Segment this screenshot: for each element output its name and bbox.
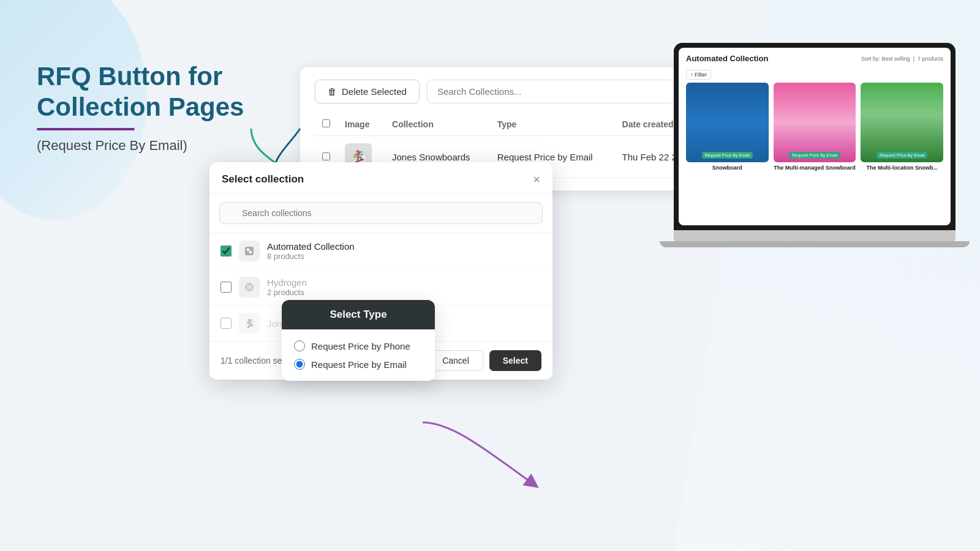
screen-title: Automated Collection — [686, 54, 768, 63]
modal-search-input[interactable] — [219, 202, 543, 224]
hero-title: RFQ Button for Collection Pages — [37, 61, 257, 123]
modal-header: Select collection × — [209, 162, 552, 193]
radio-email[interactable] — [294, 359, 305, 370]
trash-icon: 🗑 — [328, 86, 337, 97]
collection-icon-0 — [239, 241, 260, 261]
screen-filter[interactable]: ↑ Filter — [686, 70, 711, 80]
col-type: Type — [490, 113, 615, 136]
laptop-screen-inner: Automated Collection Sort by: Best selli… — [679, 48, 951, 225]
screen-content: Automated Collection Sort by: Best selli… — [679, 48, 951, 225]
screen-header: Automated Collection Sort by: Best selli… — [686, 54, 943, 63]
modal-select-button[interactable]: Select — [489, 350, 541, 371]
screen-product-2: Request Price By Email The Multi-locatio… — [861, 83, 943, 171]
product-img-2: Request Price By Email — [861, 83, 943, 162]
arrow-type-to-laptop — [417, 416, 539, 490]
hero-subtitle: (Request Price By Email) — [37, 138, 257, 154]
screen-sort: Sort by: Best selling | 7 products — [861, 56, 943, 62]
product-name-0: Snowboard — [686, 165, 769, 171]
select-type-panel: Select Type Request Price by Phone Reque… — [282, 300, 435, 381]
modal-title: Select collection — [222, 173, 304, 186]
modal-close-button[interactable]: × — [533, 173, 540, 186]
search-collections-wrapper — [427, 80, 675, 103]
screen-products: Request Price By Email Snowboard Request… — [686, 83, 943, 171]
collection-info-1: Hydrogen 2 products — [267, 277, 307, 297]
select-type-header: Select Type — [282, 300, 435, 329]
hero-panel: RFQ Button for Collection Pages (Request… — [37, 61, 257, 154]
rfq-badge-2: Request Price By Email — [876, 152, 928, 159]
rfq-badge-1: Request Price By Email — [789, 152, 840, 159]
svg-text:H: H — [247, 284, 251, 291]
laptop-screen: Automated Collection Sort by: Best selli… — [674, 43, 956, 230]
modal-cancel-button[interactable]: Cancel — [428, 350, 483, 371]
product-name-1: The Multi-managed Snowboard — [774, 165, 856, 171]
screen-product-1: Request Price By Email The Multi-managed… — [774, 83, 856, 171]
product-name-2: The Multi-location Snowb... — [861, 165, 943, 171]
col-image: Image — [337, 113, 385, 136]
select-all-checkbox[interactable] — [322, 119, 330, 127]
modal-footer-buttons: Cancel Select — [428, 350, 541, 371]
collection-checkbox-0[interactable] — [221, 246, 232, 257]
modal-list-item[interactable]: Automated Collection 8 products — [209, 233, 552, 269]
collection-icon-2: 🏂 — [239, 313, 260, 334]
screen-product-0: Request Price By Email Snowboard — [686, 83, 769, 171]
modal-search-wrap: 🔍 — [219, 202, 543, 224]
collection-info-0: Automated Collection 8 products — [267, 241, 355, 261]
title-underline — [37, 128, 135, 130]
row-checkbox[interactable] — [322, 152, 330, 160]
col-checkbox — [315, 113, 337, 136]
laptop-bottom — [660, 241, 970, 247]
collection-checkbox-2[interactable] — [221, 318, 232, 329]
radio-option-phone[interactable]: Request Price by Phone — [294, 340, 423, 351]
svg-rect-2 — [249, 251, 252, 253]
search-collections-input[interactable] — [427, 80, 675, 103]
modal-search-area: 🔍 — [209, 193, 552, 233]
product-img-0: Request Price By Email — [686, 83, 769, 162]
radio-option-email[interactable]: Request Price by Email — [294, 359, 423, 370]
select-type-body: Request Price by Phone Request Price by … — [282, 329, 435, 381]
rfq-badge-0: Request Price By Email — [702, 152, 753, 159]
laptop-base — [674, 230, 956, 241]
collection-icon-1: H — [239, 277, 260, 298]
radio-phone[interactable] — [294, 340, 305, 351]
delete-selected-button[interactable]: 🗑 Delete Selected — [315, 80, 420, 103]
product-img-1: Request Price By Email — [774, 83, 856, 162]
col-collection: Collection — [385, 113, 490, 136]
collection-checkbox-1[interactable] — [221, 282, 232, 293]
svg-rect-1 — [247, 249, 249, 251]
laptop-display: Automated Collection Sort by: Best selli… — [674, 43, 956, 247]
